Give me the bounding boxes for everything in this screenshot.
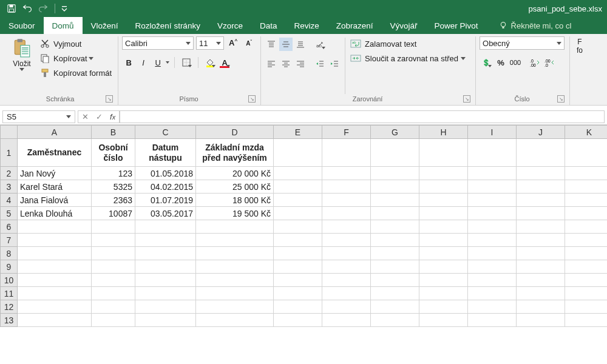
cell-G2[interactable]	[371, 167, 419, 180]
cell-D1[interactable]: Základní mzda před navýšením	[196, 139, 274, 167]
cell-A5[interactable]: Lenka Dlouhá	[18, 207, 92, 220]
col-header-D[interactable]: D	[196, 126, 274, 139]
cell-E4[interactable]	[274, 194, 322, 207]
cell-H2[interactable]	[419, 167, 468, 180]
italic-button[interactable]: I	[137, 56, 150, 69]
tab-page-layout[interactable]: Rozložení stránky	[127, 17, 209, 34]
cell-E5[interactable]	[274, 207, 322, 220]
cell-F4[interactable]	[322, 194, 371, 207]
font-color-button[interactable]: A	[218, 56, 231, 69]
wrap-text-button[interactable]: ab Zalamovat text	[349, 36, 470, 51]
cell-E1[interactable]	[274, 139, 322, 167]
cell-D3[interactable]: 25 000 Kč	[196, 180, 274, 194]
cell-H1[interactable]	[419, 139, 468, 167]
align-right-button[interactable]	[294, 57, 307, 70]
cancel-formula-button[interactable]: ✕	[82, 112, 89, 121]
cell-E3[interactable]	[274, 180, 322, 194]
align-top-button[interactable]	[265, 38, 278, 51]
col-header-H[interactable]: H	[419, 126, 468, 139]
col-header-B[interactable]: B	[92, 126, 135, 139]
col-header-E[interactable]: E	[274, 126, 322, 139]
cell-D4[interactable]: 18 000 Kč	[196, 194, 274, 207]
merge-center-button[interactable]: Sloučit a zarovnat na střed	[349, 51, 470, 66]
decrease-font-button[interactable]: Aˇ	[242, 36, 256, 50]
row-header-9[interactable]: 9	[1, 260, 18, 274]
conditional-formatting-button[interactable]: F fo	[574, 36, 586, 56]
redo-button[interactable]	[36, 2, 50, 15]
align-bottom-button[interactable]	[294, 38, 307, 51]
cell-H3[interactable]	[419, 180, 468, 194]
cell-F1[interactable]	[322, 139, 371, 167]
tell-me-search[interactable]: Řekněte mi, co cl	[493, 17, 578, 34]
row-header-2[interactable]: 2	[1, 167, 18, 180]
col-header-K[interactable]: K	[565, 126, 608, 139]
cell-G5[interactable]	[371, 207, 419, 220]
increase-indent-button[interactable]	[328, 57, 341, 70]
cell-I4[interactable]	[468, 194, 517, 207]
align-middle-button[interactable]	[279, 38, 293, 51]
row-header-12[interactable]: 12	[1, 300, 18, 314]
formula-input[interactable]	[120, 110, 605, 123]
cell-B4[interactable]: 2363	[92, 194, 135, 207]
cell-C1[interactable]: Datum nástupu	[135, 139, 196, 167]
cell-I3[interactable]	[468, 180, 517, 194]
cell-H5[interactable]	[419, 207, 468, 220]
number-format-select[interactable]: Obecný	[480, 36, 565, 50]
cell-G3[interactable]	[371, 180, 419, 194]
cell-J3[interactable]	[517, 180, 565, 194]
cell-F5[interactable]	[322, 207, 371, 220]
decrease-decimal-button[interactable]: .00.0	[543, 56, 556, 69]
clipboard-launcher[interactable]: ↘	[106, 95, 113, 103]
tab-powerpivot[interactable]: Power Pivot	[426, 17, 487, 34]
format-painter-button[interactable]: Kopírovat formát	[39, 66, 113, 80]
cell-B2[interactable]: 123	[92, 167, 135, 180]
cell-K5[interactable]	[565, 207, 608, 220]
cell-I5[interactable]	[468, 207, 517, 220]
cell-C4[interactable]: 01.07.2019	[135, 194, 196, 207]
cell-A3[interactable]: Karel Stará	[18, 180, 92, 194]
borders-button[interactable]	[180, 56, 193, 69]
cell-J1[interactable]	[517, 139, 565, 167]
decrease-indent-button[interactable]	[313, 57, 327, 70]
row-header-11[interactable]: 11	[1, 287, 18, 300]
undo-button[interactable]	[21, 2, 34, 15]
cell-A1[interactable]: Zaměstnanec	[18, 139, 92, 167]
cell-K4[interactable]	[565, 194, 608, 207]
cell-C5[interactable]: 03.05.2017	[135, 207, 196, 220]
fill-color-button[interactable]	[203, 56, 217, 69]
cell-A4[interactable]: Jana Fialová	[18, 194, 92, 207]
col-header-C[interactable]: C	[135, 126, 196, 139]
cell-B3[interactable]: 5325	[92, 180, 135, 194]
copy-button[interactable]: Kopírovat	[39, 51, 113, 66]
row-header-13[interactable]: 13	[1, 314, 18, 327]
cell-A2[interactable]: Jan Nový	[18, 167, 92, 180]
tab-insert[interactable]: Vložení	[83, 17, 127, 34]
font-family-select[interactable]: Calibri	[122, 36, 194, 50]
col-header-J[interactable]: J	[517, 126, 565, 139]
tab-data[interactable]: Data	[251, 17, 286, 34]
cell-B1[interactable]: Osobní číslo	[92, 139, 135, 167]
worksheet-grid[interactable]: A B C D E F G H I J K 1 Zaměstnanec Osob…	[0, 125, 607, 364]
comma-format-button[interactable]: 000	[509, 56, 522, 69]
alignment-launcher[interactable]: ↘	[463, 95, 470, 103]
tab-formulas[interactable]: Vzorce	[209, 17, 251, 34]
tab-file[interactable]: Soubor	[0, 17, 44, 34]
save-button[interactable]	[5, 2, 18, 15]
cell-F3[interactable]	[322, 180, 371, 194]
cell-H4[interactable]	[419, 194, 468, 207]
tab-home[interactable]: Domů	[44, 17, 83, 34]
bold-button[interactable]: B	[122, 56, 135, 69]
row-header-6[interactable]: 6	[1, 220, 18, 234]
col-header-G[interactable]: G	[371, 126, 419, 139]
cell-J2[interactable]	[517, 167, 565, 180]
insert-function-button[interactable]: fx	[110, 112, 115, 121]
col-header-F[interactable]: F	[322, 126, 371, 139]
percent-format-button[interactable]: %	[494, 56, 507, 69]
cell-G1[interactable]	[371, 139, 419, 167]
row-header-10[interactable]: 10	[1, 274, 18, 287]
font-launcher[interactable]: ↘	[248, 95, 256, 103]
cell-E2[interactable]	[274, 167, 322, 180]
row-header-7[interactable]: 7	[1, 234, 18, 247]
orientation-button[interactable]: ab	[313, 38, 327, 51]
cell-D2[interactable]: 20 000 Kč	[196, 167, 274, 180]
